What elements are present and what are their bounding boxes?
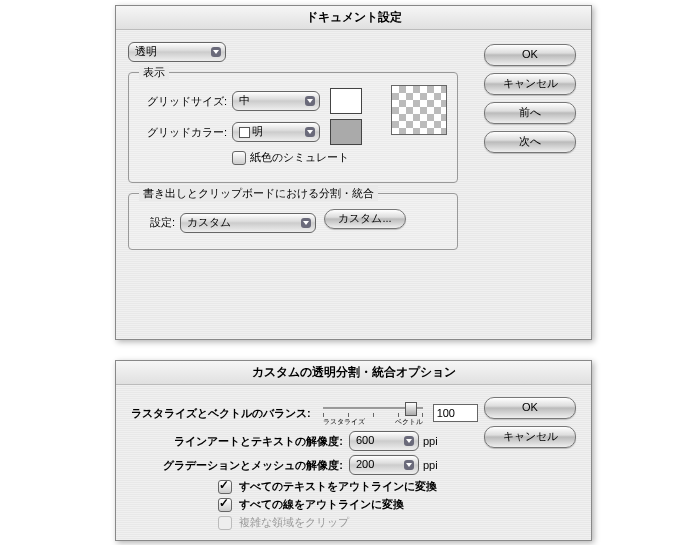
balance-input[interactable]: 100 (433, 404, 478, 422)
preset-label: 設定: (139, 215, 175, 230)
dialog2-title: カスタムの透明分割・統合オプション (116, 361, 591, 385)
grid-color-select[interactable]: 明 (232, 122, 320, 142)
gradient-label: グラデーションとメッシュの解像度: (128, 458, 343, 473)
gradient-select[interactable]: 200 (349, 455, 419, 475)
flatten-legend: 書き出しとクリップボードにおける分割・統合 (139, 186, 378, 201)
flatten-group: 書き出しとクリップボードにおける分割・統合 設定: カスタム カスタム... (128, 193, 458, 250)
ok-button[interactable]: OK (484, 44, 576, 66)
stroke-outline-checkbox[interactable] (218, 498, 232, 512)
lineart-unit: ppi (423, 435, 438, 447)
document-setup-dialog: ドキュメント設定 透明 表示 グリッドサイズ: 中 グリッドカラー: 明 (115, 5, 592, 340)
section-select[interactable]: 透明 (128, 42, 226, 62)
prev-button[interactable]: 前へ (484, 102, 576, 124)
cancel-button-2[interactable]: キャンセル (484, 426, 576, 448)
balance-label: ラスタライズとベクトルのバランス: (128, 406, 311, 421)
balance-min-label: ラスタライズ (323, 417, 365, 427)
stroke-outline-label: すべての線をアウトラインに変換 (239, 498, 404, 510)
ok-button-2[interactable]: OK (484, 397, 576, 419)
simulate-paper-label: 紙色のシミュレート (250, 150, 349, 165)
display-legend: 表示 (139, 65, 169, 80)
balance-max-label: ベクトル (395, 417, 423, 427)
grid-color-label: グリッドカラー: (139, 125, 227, 140)
swatch-gray[interactable] (330, 119, 362, 145)
next-button[interactable]: 次へ (484, 131, 576, 153)
transparency-preview (391, 85, 447, 135)
grid-size-label: グリッドサイズ: (139, 94, 227, 109)
simulate-paper-checkbox[interactable] (232, 151, 246, 165)
clip-complex-checkbox (218, 516, 232, 530)
swatch-white[interactable] (330, 88, 362, 114)
balance-slider[interactable] (323, 399, 423, 417)
custom-button[interactable]: カスタム... (324, 209, 406, 229)
text-outline-label: すべてのテキストをアウトラインに変換 (239, 480, 437, 492)
gradient-unit: ppi (423, 459, 438, 471)
clip-complex-label: 複雑な領域をクリップ (239, 516, 349, 528)
cancel-button[interactable]: キャンセル (484, 73, 576, 95)
lineart-select[interactable]: 600 (349, 431, 419, 451)
preset-select[interactable]: カスタム (180, 213, 316, 233)
grid-size-select[interactable]: 中 (232, 91, 320, 111)
text-outline-checkbox[interactable] (218, 480, 232, 494)
flattener-options-dialog: カスタムの透明分割・統合オプション ラスタライズとベクトルのバランス: (115, 360, 592, 541)
display-group: 表示 グリッドサイズ: 中 グリッドカラー: 明 紙色のシミュレート (128, 72, 458, 183)
dialog-title: ドキュメント設定 (116, 6, 591, 30)
lineart-label: ラインアートとテキストの解像度: (128, 434, 343, 449)
